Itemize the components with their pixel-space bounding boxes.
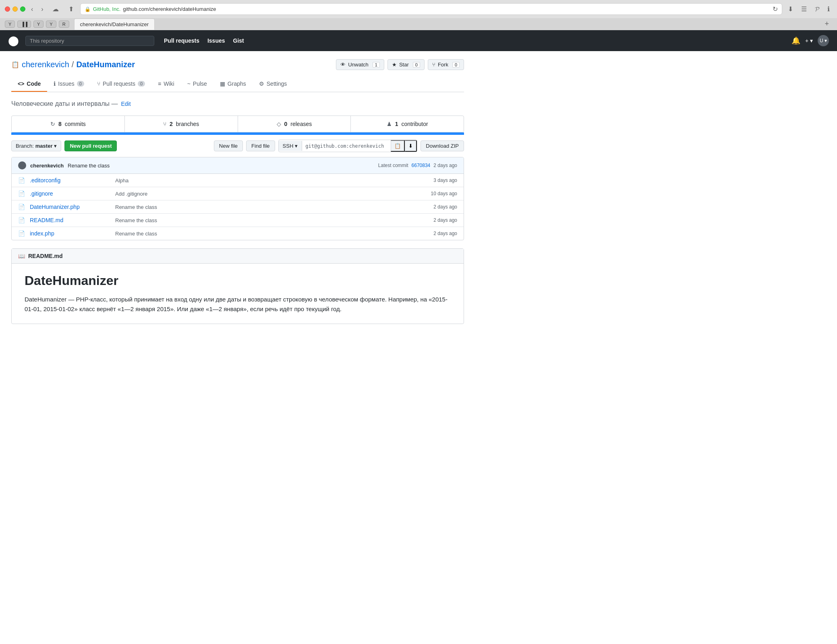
pulse-icon: ~ — [187, 80, 191, 87]
main-content: 📋 cherenkevich / DateHumanizer 👁 Unwatch… — [0, 51, 475, 332]
pull-requests-nav[interactable]: Pull requests — [164, 37, 199, 44]
star-button[interactable]: ★ Star 0 — [387, 59, 425, 70]
gist-nav[interactable]: Gist — [233, 37, 244, 44]
header-nav: Pull requests Issues Gist — [164, 37, 244, 44]
tab-code[interactable]: <> Code — [11, 76, 47, 92]
ext-y4[interactable]: Y — [46, 21, 56, 28]
ext-y3[interactable]: Y — [33, 21, 44, 28]
search-box[interactable]: This repository — [25, 36, 154, 46]
new-tab-button[interactable]: + — [821, 18, 832, 30]
info-icon[interactable]: ℹ — [825, 4, 832, 14]
tab-issues[interactable]: ℹ Issues 0 — [47, 76, 91, 92]
breadcrumb: 📋 cherenkevich / DateHumanizer — [11, 60, 135, 69]
browser-right-icons: ⬇ ☰ 𝓟 ℹ — [785, 4, 832, 14]
avatar[interactable]: U ▾ — [818, 35, 829, 46]
tab-wiki-label: Wiki — [164, 80, 174, 87]
plus-button[interactable]: + ▾ — [805, 37, 813, 44]
download-icon[interactable]: ⬇ — [785, 4, 796, 14]
pr-badge: 0 — [138, 81, 145, 87]
bell-icon[interactable]: 🔔 — [791, 36, 800, 45]
fork-count: 0 — [452, 62, 460, 68]
unwatch-button[interactable]: 👁 Unwatch 1 — [336, 59, 384, 70]
ssh-download-button[interactable]: ⬇ — [405, 140, 417, 152]
search-label: This repository — [30, 38, 64, 44]
tab-graphs[interactable]: ▦ Graphs — [213, 76, 253, 92]
ssh-selector: SSH ▾ 📋 ⬇ — [278, 140, 418, 152]
contributors-stat[interactable]: ♟ 1 contributor — [351, 116, 464, 132]
commit-author[interactable]: cherenkevich — [30, 163, 64, 169]
watch-count: 1 — [373, 62, 380, 68]
tab-graphs-label: Graphs — [228, 80, 246, 87]
new-pull-request-button[interactable]: New pull request — [64, 140, 117, 151]
tab-settings[interactable]: ⚙ Settings — [253, 76, 294, 92]
browser-titlebar: ‹ › ☁ ⬆ 🔒 GitHub, Inc. github.com/cheren… — [0, 0, 837, 18]
commits-num: 8 — [58, 121, 62, 127]
ext-y1[interactable]: Y — [5, 21, 15, 28]
branches-icon: ⑂ — [163, 121, 166, 127]
file-name-link[interactable]: index.php — [30, 230, 110, 237]
minimize-dot[interactable] — [12, 6, 18, 12]
url-bar[interactable]: 🔒 GitHub, Inc. github.com/cherenkevich/d… — [80, 3, 782, 15]
commits-stat[interactable]: ↻ 8 commits — [12, 116, 125, 132]
file-name-link[interactable]: README.md — [30, 217, 110, 223]
branches-stat[interactable]: ⑂ 2 branches — [125, 116, 238, 132]
file-actions: New file Find file SSH ▾ 📋 ⬇ Download ZI… — [214, 140, 464, 152]
ssh-label-text: SSH — [283, 143, 294, 149]
edit-link[interactable]: Edit — [121, 101, 131, 107]
file-name-link[interactable]: DateHumanizer.php — [30, 204, 110, 210]
star-label: Star — [399, 62, 409, 68]
readme-heading: DateHumanizer — [25, 273, 451, 288]
commit-sha-link[interactable]: 6670834 — [412, 163, 431, 168]
file-name-link[interactable]: .gitignore — [30, 190, 110, 197]
menu-icon[interactable]: ☰ — [799, 4, 809, 14]
pinterest-icon[interactable]: 𝓟 — [812, 5, 822, 14]
file-row: 📄 .editorconfig Alpha 3 days ago — [12, 174, 464, 187]
ssh-copy-button[interactable]: 📋 — [391, 140, 405, 152]
file-age: 10 days ago — [431, 191, 457, 196]
branch-name: master — [35, 143, 53, 149]
ssh-url-input[interactable] — [302, 141, 391, 151]
star-icon: ★ — [392, 62, 397, 68]
browser-chrome: ‹ › ☁ ⬆ 🔒 GitHub, Inc. github.com/cheren… — [0, 0, 837, 30]
tab-wiki[interactable]: ≡ Wiki — [151, 76, 181, 92]
reload-button[interactable]: ↻ — [773, 5, 778, 13]
graphs-icon: ▦ — [220, 80, 225, 87]
repo-owner-link[interactable]: cherenkevich — [22, 60, 69, 69]
file-icon: 📄 — [18, 230, 25, 237]
fork-button[interactable]: ⑂ Fork 0 — [428, 59, 464, 70]
repo-tabs: <> Code ℹ Issues 0 ⑂ Pull requests 0 ≡ W… — [11, 76, 464, 92]
forward-button[interactable]: › — [39, 5, 46, 14]
search-input[interactable] — [66, 38, 131, 44]
browser-tabbar: Y ▐▐ Y Y R cherenkevich/DateHumanizer + — [0, 18, 837, 30]
tab-pullrequests[interactable]: ⑂ Pull requests 0 — [91, 76, 151, 92]
file-name-link[interactable]: .editorconfig — [30, 177, 110, 184]
tab-pulse[interactable]: ~ Pulse — [181, 76, 213, 92]
fork-icon: ⑂ — [432, 62, 435, 68]
ssh-dropdown[interactable]: SSH ▾ — [279, 141, 302, 151]
header-right: 🔔 + ▾ U ▾ — [791, 35, 829, 46]
share-button[interactable]: ⬆ — [65, 4, 77, 14]
releases-stat[interactable]: ◇ 0 releases — [238, 116, 351, 132]
close-dot[interactable] — [5, 6, 10, 12]
repo-name-link[interactable]: DateHumanizer — [76, 60, 135, 69]
ext-y2[interactable]: ▐▐ — [17, 21, 31, 28]
back-button[interactable]: ‹ — [29, 5, 35, 14]
file-icon: 📄 — [18, 177, 25, 184]
issues-nav[interactable]: Issues — [207, 37, 225, 44]
contributors-icon: ♟ — [387, 121, 392, 127]
file-row: 📄 DateHumanizer.php Rename the class 2 d… — [12, 200, 464, 214]
branches-label: branches — [176, 121, 199, 127]
branch-selector[interactable]: Branch: master ▾ — [11, 140, 61, 151]
file-age: 2 days ago — [433, 217, 457, 223]
browser-tab[interactable]: cherenkevich/DateHumanizer — [74, 19, 155, 30]
maximize-dot[interactable] — [20, 6, 25, 12]
new-file-button[interactable]: New file — [214, 140, 243, 151]
repo-actions: 👁 Unwatch 1 ★ Star 0 ⑂ Fork 0 — [336, 59, 464, 70]
ext-r[interactable]: R — [59, 21, 69, 28]
find-file-button[interactable]: Find file — [246, 140, 275, 151]
download-zip-button[interactable]: Download ZIP — [421, 140, 464, 151]
cloud-button[interactable]: ☁ — [49, 4, 62, 14]
wiki-icon: ≡ — [158, 80, 161, 87]
file-commit-msg: Add .gitignore — [115, 191, 426, 197]
tab-code-label: Code — [27, 80, 41, 87]
